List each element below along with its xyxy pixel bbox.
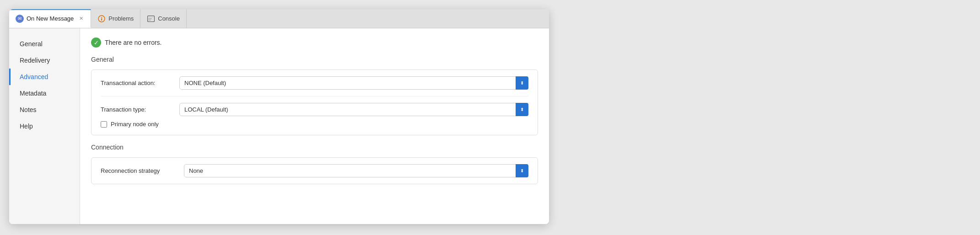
reconnection-strategy-label: Reconnection strategy: [101, 167, 178, 174]
primary-node-only-label: Primary node only: [111, 121, 159, 128]
sidebar-item-help-label: Help: [20, 123, 33, 130]
sidebar-item-metadata-label: Metadata: [20, 90, 46, 97]
console-icon: [147, 15, 155, 23]
status-ok-icon: ✓: [91, 37, 101, 48]
reconnection-strategy-select[interactable]: None Standard Reconnection Forever Recon…: [184, 164, 528, 177]
reconnection-strategy-select-wrapper: None Standard Reconnection Forever Recon…: [184, 164, 528, 177]
transactional-action-label: Transactional action:: [101, 80, 174, 86]
sidebar-item-general-label: General: [20, 40, 43, 48]
svg-rect-5: [148, 18, 152, 19]
status-text: There are no errors.: [105, 39, 162, 46]
transactional-action-select[interactable]: NONE (Default) COMMIT ROLLBACK: [179, 76, 528, 90]
message-icon: ✉: [16, 15, 24, 23]
tab-problems[interactable]: Problems: [91, 9, 140, 28]
transaction-type-select-wrapper: LOCAL (Default) XA NONE ⬍: [179, 103, 528, 116]
transaction-type-select[interactable]: LOCAL (Default) XA NONE: [179, 103, 528, 116]
problems-icon: [97, 15, 106, 23]
tab-console-label: Console: [158, 15, 180, 22]
sidebar-item-redelivery-label: Redelivery: [20, 57, 50, 64]
sidebar-item-metadata[interactable]: Metadata: [9, 85, 80, 101]
primary-node-only-checkbox[interactable]: [101, 121, 107, 128]
transaction-type-row: Transaction type: LOCAL (Default) XA NON…: [101, 103, 528, 116]
tab-bar: ✉ On New Message ✕ Problems: [9, 9, 549, 28]
sidebar: General Redelivery Advanced Metadata Not…: [9, 28, 80, 224]
sidebar-item-advanced-label: Advanced: [20, 73, 48, 80]
sidebar-item-notes[interactable]: Notes: [9, 101, 80, 118]
sidebar-item-redelivery[interactable]: Redelivery: [9, 52, 80, 69]
transactional-action-select-wrapper: NONE (Default) COMMIT ROLLBACK ⬍: [179, 76, 528, 90]
sidebar-item-advanced[interactable]: Advanced: [9, 69, 80, 85]
content-area: ✓ There are no errors. General Transacti…: [80, 28, 549, 224]
transactional-action-row: Transactional action: NONE (Default) COM…: [101, 76, 528, 90]
tab-on-new-message[interactable]: ✉ On New Message ✕: [9, 9, 91, 28]
divider-1: [101, 96, 528, 96]
main-window: ✉ On New Message ✕ Problems: [9, 9, 549, 224]
svg-rect-6: [148, 20, 151, 21]
sidebar-item-notes-label: Notes: [20, 106, 37, 113]
tab-close-button[interactable]: ✕: [78, 16, 84, 21]
primary-node-only-row: Primary node only: [101, 121, 528, 128]
connection-section-title: Connection: [91, 144, 538, 151]
general-form-section: Transactional action: NONE (Default) COM…: [91, 69, 538, 135]
connection-form-section: Reconnection strategy None Standard Reco…: [91, 157, 538, 184]
tab-problems-label: Problems: [108, 15, 134, 22]
status-bar: ✓ There are no errors.: [91, 37, 538, 48]
main-content: General Redelivery Advanced Metadata Not…: [9, 28, 549, 224]
reconnection-strategy-row: Reconnection strategy None Standard Reco…: [101, 164, 528, 177]
sidebar-item-help[interactable]: Help: [9, 118, 80, 134]
transaction-type-label: Transaction type:: [101, 106, 174, 113]
svg-rect-2: [101, 18, 102, 21]
svg-point-1: [101, 17, 102, 18]
sidebar-item-general[interactable]: General: [9, 36, 80, 52]
tab-console[interactable]: Console: [140, 9, 187, 28]
tab-on-new-message-label: On New Message: [27, 15, 74, 22]
svg-rect-4: [148, 16, 154, 17]
general-section-title: General: [91, 56, 538, 63]
